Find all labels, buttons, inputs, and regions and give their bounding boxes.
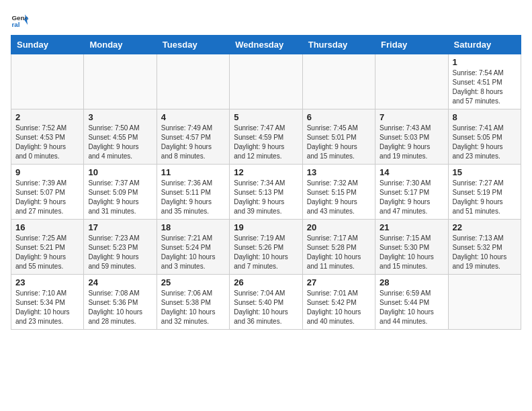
calendar-cell: 12Sunrise: 7:34 AM Sunset: 5:13 PM Dayli… (230, 165, 302, 220)
calendar-cell: 27Sunrise: 7:01 AM Sunset: 5:42 PM Dayli… (302, 275, 375, 330)
day-info: Sunrise: 7:08 AM Sunset: 5:36 PM Dayligh… (88, 289, 152, 326)
day-number: 18 (161, 222, 225, 232)
day-info: Sunrise: 7:10 AM Sunset: 5:34 PM Dayligh… (15, 289, 79, 326)
day-info: Sunrise: 7:36 AM Sunset: 5:11 PM Dayligh… (161, 179, 225, 216)
day-info: Sunrise: 7:27 AM Sunset: 5:19 PM Dayligh… (453, 179, 517, 216)
calendar-week-row: 16Sunrise: 7:25 AM Sunset: 5:21 PM Dayli… (11, 220, 521, 275)
day-info: Sunrise: 7:50 AM Sunset: 4:55 PM Dayligh… (88, 124, 152, 161)
day-info: Sunrise: 7:45 AM Sunset: 5:01 PM Dayligh… (307, 124, 371, 161)
day-number: 22 (453, 222, 517, 232)
day-info: Sunrise: 7:47 AM Sunset: 4:59 PM Dayligh… (234, 124, 298, 161)
calendar-cell: 2Sunrise: 7:52 AM Sunset: 4:53 PM Daylig… (11, 109, 84, 165)
day-number: 17 (88, 222, 152, 232)
day-info: Sunrise: 7:01 AM Sunset: 5:42 PM Dayligh… (307, 289, 371, 326)
col-header-monday: Monday (84, 36, 157, 54)
day-info: Sunrise: 7:52 AM Sunset: 4:53 PM Dayligh… (15, 124, 79, 161)
day-number: 24 (88, 277, 152, 287)
day-number: 9 (15, 167, 79, 177)
day-number: 16 (15, 222, 79, 232)
day-number: 15 (453, 167, 517, 177)
day-number: 19 (234, 222, 298, 232)
calendar-cell: 14Sunrise: 7:30 AM Sunset: 5:17 PM Dayli… (375, 165, 448, 220)
calendar-cell: 4Sunrise: 7:49 AM Sunset: 4:57 PM Daylig… (157, 109, 229, 165)
calendar-cell (448, 275, 521, 330)
calendar-cell: 28Sunrise: 6:59 AM Sunset: 5:44 PM Dayli… (375, 275, 448, 330)
calendar-cell: 18Sunrise: 7:21 AM Sunset: 5:24 PM Dayli… (157, 220, 229, 275)
page-header: Gene ral (11, 11, 521, 30)
day-number: 6 (307, 112, 371, 122)
calendar-cell: 9Sunrise: 7:39 AM Sunset: 5:07 PM Daylig… (11, 165, 84, 220)
calendar-cell (11, 54, 84, 109)
day-info: Sunrise: 7:34 AM Sunset: 5:13 PM Dayligh… (234, 179, 298, 216)
calendar-cell: 20Sunrise: 7:17 AM Sunset: 5:28 PM Dayli… (302, 220, 375, 275)
logo-icon: Gene ral (11, 11, 30, 30)
calendar-cell (375, 54, 448, 109)
day-number: 4 (161, 112, 225, 122)
col-header-thursday: Thursday (302, 36, 375, 54)
calendar-cell: 13Sunrise: 7:32 AM Sunset: 5:15 PM Dayli… (302, 165, 375, 220)
col-header-sunday: Sunday (11, 36, 84, 54)
calendar-cell: 22Sunrise: 7:13 AM Sunset: 5:32 PM Dayli… (448, 220, 521, 275)
calendar: SundayMondayTuesdayWednesdayThursdayFrid… (11, 35, 521, 330)
day-info: Sunrise: 7:41 AM Sunset: 5:05 PM Dayligh… (453, 124, 517, 161)
day-info: Sunrise: 7:30 AM Sunset: 5:17 PM Dayligh… (380, 179, 443, 216)
calendar-header-row: SundayMondayTuesdayWednesdayThursdayFrid… (11, 36, 521, 54)
calendar-cell: 1Sunrise: 7:54 AM Sunset: 4:51 PM Daylig… (448, 54, 521, 109)
day-number: 21 (380, 222, 443, 232)
day-info: Sunrise: 7:15 AM Sunset: 5:30 PM Dayligh… (380, 234, 443, 271)
day-number: 27 (307, 277, 371, 287)
day-number: 23 (15, 277, 79, 287)
calendar-cell: 7Sunrise: 7:43 AM Sunset: 5:03 PM Daylig… (375, 109, 448, 165)
day-number: 13 (307, 167, 371, 177)
day-info: Sunrise: 7:23 AM Sunset: 5:23 PM Dayligh… (88, 234, 152, 271)
day-info: Sunrise: 7:54 AM Sunset: 4:51 PM Dayligh… (453, 68, 517, 106)
calendar-cell: 23Sunrise: 7:10 AM Sunset: 5:34 PM Dayli… (11, 275, 84, 330)
day-number: 12 (234, 167, 298, 177)
calendar-week-row: 1Sunrise: 7:54 AM Sunset: 4:51 PM Daylig… (11, 54, 521, 109)
calendar-cell: 16Sunrise: 7:25 AM Sunset: 5:21 PM Dayli… (11, 220, 84, 275)
calendar-cell: 17Sunrise: 7:23 AM Sunset: 5:23 PM Dayli… (84, 220, 157, 275)
day-info: Sunrise: 7:25 AM Sunset: 5:21 PM Dayligh… (15, 234, 79, 271)
day-number: 25 (161, 277, 225, 287)
day-info: Sunrise: 7:21 AM Sunset: 5:24 PM Dayligh… (161, 234, 225, 271)
calendar-cell: 3Sunrise: 7:50 AM Sunset: 4:55 PM Daylig… (84, 109, 157, 165)
day-info: Sunrise: 7:39 AM Sunset: 5:07 PM Dayligh… (15, 179, 79, 216)
day-number: 11 (161, 167, 225, 177)
calendar-week-row: 23Sunrise: 7:10 AM Sunset: 5:34 PM Dayli… (11, 275, 521, 330)
calendar-week-row: 2Sunrise: 7:52 AM Sunset: 4:53 PM Daylig… (11, 109, 521, 165)
calendar-cell (157, 54, 229, 109)
day-info: Sunrise: 7:49 AM Sunset: 4:57 PM Dayligh… (161, 124, 225, 161)
calendar-cell: 15Sunrise: 7:27 AM Sunset: 5:19 PM Dayli… (448, 165, 521, 220)
calendar-week-row: 9Sunrise: 7:39 AM Sunset: 5:07 PM Daylig… (11, 165, 521, 220)
day-number: 2 (15, 112, 79, 122)
day-info: Sunrise: 7:19 AM Sunset: 5:26 PM Dayligh… (234, 234, 298, 271)
calendar-cell: 8Sunrise: 7:41 AM Sunset: 5:05 PM Daylig… (448, 109, 521, 165)
day-info: Sunrise: 7:43 AM Sunset: 5:03 PM Dayligh… (380, 124, 443, 161)
col-header-friday: Friday (375, 36, 448, 54)
day-info: Sunrise: 7:06 AM Sunset: 5:38 PM Dayligh… (161, 289, 225, 326)
calendar-cell: 10Sunrise: 7:37 AM Sunset: 5:09 PM Dayli… (84, 165, 157, 220)
day-number: 1 (453, 57, 517, 67)
calendar-cell (230, 54, 302, 109)
day-info: Sunrise: 7:32 AM Sunset: 5:15 PM Dayligh… (307, 179, 371, 216)
day-number: 20 (307, 222, 371, 232)
day-number: 8 (453, 112, 517, 122)
calendar-cell (302, 54, 375, 109)
day-info: Sunrise: 7:04 AM Sunset: 5:40 PM Dayligh… (234, 289, 298, 326)
day-info: Sunrise: 7:13 AM Sunset: 5:32 PM Dayligh… (453, 234, 517, 271)
day-number: 5 (234, 112, 298, 122)
svg-text:ral: ral (11, 21, 19, 28)
calendar-cell: 6Sunrise: 7:45 AM Sunset: 5:01 PM Daylig… (302, 109, 375, 165)
day-number: 26 (234, 277, 298, 287)
logo: Gene ral (11, 11, 32, 30)
day-number: 10 (88, 167, 152, 177)
calendar-cell: 25Sunrise: 7:06 AM Sunset: 5:38 PM Dayli… (157, 275, 229, 330)
col-header-tuesday: Tuesday (157, 36, 229, 54)
calendar-cell (84, 54, 157, 109)
day-info: Sunrise: 7:17 AM Sunset: 5:28 PM Dayligh… (307, 234, 371, 271)
col-header-wednesday: Wednesday (230, 36, 302, 54)
calendar-cell: 26Sunrise: 7:04 AM Sunset: 5:40 PM Dayli… (230, 275, 302, 330)
day-info: Sunrise: 6:59 AM Sunset: 5:44 PM Dayligh… (380, 289, 443, 326)
calendar-cell: 24Sunrise: 7:08 AM Sunset: 5:36 PM Dayli… (84, 275, 157, 330)
day-info: Sunrise: 7:37 AM Sunset: 5:09 PM Dayligh… (88, 179, 152, 216)
